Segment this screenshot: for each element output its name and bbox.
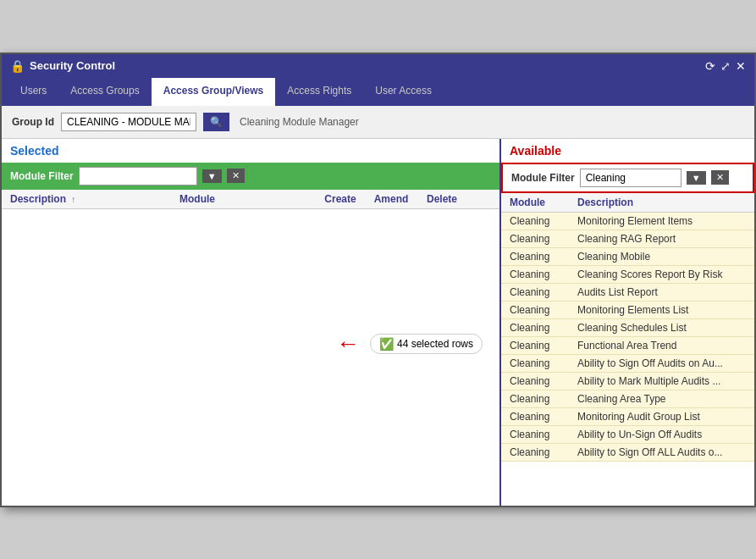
lock-icon: 🔒 bbox=[10, 59, 25, 73]
toolbar: Group Id 🔍 Cleaning Module Manager bbox=[2, 106, 754, 139]
selected-rows-count: 44 selected rows bbox=[397, 338, 473, 350]
available-filter-input[interactable] bbox=[580, 169, 682, 187]
avail-desc-cell: Ability to Sign Off ALL Audits o... bbox=[577, 446, 746, 458]
nav-item-users[interactable]: Users bbox=[8, 78, 58, 106]
col-header-create: Create bbox=[315, 193, 366, 205]
selected-badge: ✅ 44 selected rows bbox=[370, 334, 483, 354]
col-header-delete: Delete bbox=[417, 193, 467, 205]
title-bar-left: 🔒 Security Control bbox=[10, 59, 115, 73]
avail-module-cell: Cleaning bbox=[510, 393, 577, 405]
col-header-amend: Amend bbox=[366, 193, 417, 205]
group-description: Cleaning Module Manager bbox=[240, 116, 359, 128]
check-icon: ✅ bbox=[379, 337, 394, 351]
selected-filter-input[interactable] bbox=[79, 167, 197, 185]
list-item[interactable]: Cleaning Cleaning Schedules List bbox=[501, 319, 754, 337]
list-item[interactable]: Cleaning Monitoring Elements List bbox=[501, 302, 754, 319]
security-control-window: 🔒 Security Control ⟳ ⤢ ✕ Users Access Gr… bbox=[0, 53, 756, 507]
avail-module-cell: Cleaning bbox=[510, 340, 577, 351]
available-rows-list[interactable]: Cleaning Monitoring Element Items Cleani… bbox=[501, 213, 754, 506]
avail-module-cell: Cleaning bbox=[510, 233, 577, 245]
window-title: Security Control bbox=[30, 59, 115, 72]
available-panel-header: Available bbox=[501, 139, 754, 163]
avail-col-header-description: Description bbox=[577, 196, 746, 208]
nav-item-access-rights[interactable]: Access Rights bbox=[275, 78, 363, 106]
main-content: Selected Module Filter ▼ ✕ Description ↑… bbox=[2, 139, 754, 506]
selected-panel: Selected Module Filter ▼ ✕ Description ↑… bbox=[2, 139, 501, 506]
avail-desc-cell: Ability to Sign Off Audits on Au... bbox=[577, 357, 746, 369]
list-item[interactable]: Cleaning Cleaning Area Type bbox=[501, 390, 754, 408]
avail-module-cell: Cleaning bbox=[510, 268, 577, 280]
list-item[interactable]: Cleaning Monitoring Audit Group List bbox=[501, 408, 754, 426]
list-item[interactable]: Cleaning Ability to Sign Off Audits on A… bbox=[501, 355, 754, 373]
avail-module-cell: Cleaning bbox=[510, 304, 577, 316]
avail-module-cell: Cleaning bbox=[510, 251, 577, 263]
avail-module-cell: Cleaning bbox=[510, 375, 577, 387]
nav-item-access-group-views[interactable]: Access Group/Views bbox=[152, 78, 276, 106]
title-bar-controls: ⟳ ⤢ ✕ bbox=[705, 59, 746, 73]
selected-col-headers: Description ↑ Module Create Amend Delete bbox=[2, 190, 499, 209]
refresh-button[interactable]: ⟳ bbox=[705, 59, 715, 73]
col-header-description: Description ↑ bbox=[10, 193, 179, 205]
list-item[interactable]: Cleaning Monitoring Element Items bbox=[501, 213, 754, 230]
avail-col-header-module: Module bbox=[510, 196, 577, 208]
selected-filter-dropdown[interactable]: ▼ bbox=[202, 169, 222, 183]
avail-desc-cell: Cleaning Mobile bbox=[577, 251, 746, 263]
avail-desc-cell: Monitoring Elements List bbox=[577, 304, 746, 316]
selected-filter-clear[interactable]: ✕ bbox=[227, 169, 245, 183]
selected-rows-area: ← ✅ 44 selected rows bbox=[2, 209, 499, 506]
nav-item-access-groups[interactable]: Access Groups bbox=[58, 78, 151, 106]
avail-module-cell: Cleaning bbox=[510, 286, 577, 298]
avail-desc-cell: Ability to Un-Sign Off Audits bbox=[577, 429, 746, 440]
list-item[interactable]: Cleaning Audits List Report bbox=[501, 284, 754, 302]
list-item[interactable]: Cleaning Ability to Sign Off ALL Audits … bbox=[501, 444, 754, 462]
close-button[interactable]: ✕ bbox=[736, 59, 746, 73]
avail-desc-cell: Monitoring Audit Group List bbox=[577, 411, 746, 423]
avail-module-cell: Cleaning bbox=[510, 446, 577, 458]
col-header-module: Module bbox=[179, 193, 315, 205]
avail-desc-cell: Ability to Mark Multiple Audits ... bbox=[577, 375, 746, 387]
avail-module-cell: Cleaning bbox=[510, 429, 577, 440]
list-item[interactable]: Cleaning Ability to Mark Multiple Audits… bbox=[501, 373, 754, 390]
avail-module-cell: Cleaning bbox=[510, 411, 577, 423]
available-filter-dropdown[interactable]: ▼ bbox=[687, 171, 706, 185]
avail-desc-cell: Audits List Report bbox=[577, 286, 746, 298]
nav-item-user-access[interactable]: User Access bbox=[363, 78, 444, 106]
avail-desc-cell: Cleaning Scores Report By Risk bbox=[577, 268, 746, 280]
sort-arrow-icon: ↑ bbox=[71, 195, 75, 204]
selected-filter-label: Module Filter bbox=[10, 170, 74, 182]
search-button[interactable]: 🔍 bbox=[203, 113, 229, 131]
avail-module-cell: Cleaning bbox=[510, 215, 577, 227]
selected-panel-header: Selected bbox=[2, 139, 499, 163]
available-col-headers: Module Description bbox=[501, 193, 754, 213]
available-filter-label: Module Filter bbox=[511, 172, 575, 184]
avail-desc-cell: Cleaning Schedules List bbox=[577, 322, 746, 334]
avail-desc-cell: Cleaning Area Type bbox=[577, 393, 746, 405]
group-id-label: Group Id bbox=[12, 116, 54, 128]
list-item[interactable]: Cleaning Ability to Un-Sign Off Audits bbox=[501, 426, 754, 444]
title-bar: 🔒 Security Control ⟳ ⤢ ✕ bbox=[2, 54, 754, 78]
avail-desc-cell: Cleaning RAG Report bbox=[577, 233, 746, 245]
group-id-input[interactable] bbox=[61, 113, 196, 131]
avail-module-cell: Cleaning bbox=[510, 322, 577, 334]
selected-filter-bar: Module Filter ▼ ✕ bbox=[2, 163, 499, 190]
red-arrow-icon: ← bbox=[336, 330, 360, 357]
expand-button[interactable]: ⤢ bbox=[720, 59, 731, 73]
list-item[interactable]: Cleaning Cleaning Scores Report By Risk bbox=[501, 266, 754, 284]
available-filter-bar: Module Filter ▼ ✕ bbox=[501, 163, 754, 193]
available-panel: Available Module Filter ▼ ✕ Module Descr… bbox=[501, 139, 754, 506]
list-item[interactable]: Cleaning Functional Area Trend bbox=[501, 337, 754, 355]
avail-desc-cell: Functional Area Trend bbox=[577, 340, 746, 351]
list-item[interactable]: Cleaning Cleaning RAG Report bbox=[501, 230, 754, 248]
list-item[interactable]: Cleaning Cleaning Mobile bbox=[501, 248, 754, 266]
available-filter-clear[interactable]: ✕ bbox=[711, 170, 729, 185]
selected-rows-indicator: ← ✅ 44 selected rows bbox=[336, 330, 483, 357]
avail-module-cell: Cleaning bbox=[510, 357, 577, 369]
avail-desc-cell: Monitoring Element Items bbox=[577, 215, 746, 227]
nav-bar: Users Access Groups Access Group/Views A… bbox=[2, 78, 754, 106]
